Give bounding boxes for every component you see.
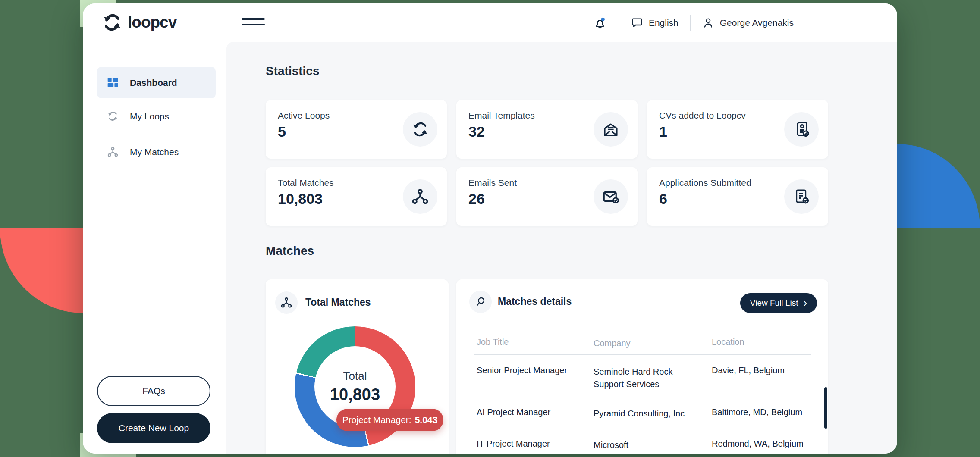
stat-value: 26: [468, 191, 485, 207]
loopcv-logo[interactable]: loopcv: [102, 12, 176, 33]
loop-logo-icon: [102, 12, 122, 33]
table-cell-job-title[interactable]: AI Project Manager: [477, 407, 550, 417]
stat-card-active-loops: Active Loops 5: [266, 100, 447, 159]
tooltip-label: Project Manager:: [342, 415, 411, 425]
stat-value: 1: [659, 123, 667, 140]
stat-label: Emails Sent: [468, 178, 517, 188]
header-divider: [690, 15, 691, 31]
header-divider: [619, 15, 619, 31]
top-header: loopcv English: [83, 3, 897, 42]
cv-check-icon: [792, 120, 810, 138]
user-icon: [702, 16, 715, 29]
loop-icon: [107, 110, 119, 122]
table-cell-job-title[interactable]: Senior Project Manager: [477, 366, 567, 376]
sidebar: Dashboard My Loops My Matches F: [83, 42, 226, 454]
blue-quarter-circle-decoration: [897, 144, 980, 228]
language-selector[interactable]: English: [631, 16, 678, 29]
loop-icon: [411, 120, 429, 138]
matches-details-title: Matches details: [498, 296, 572, 307]
document-check-icon: [792, 188, 810, 206]
mail-template-icon: [602, 120, 620, 138]
mail-check-icon: [602, 188, 620, 206]
table-cell-company: Pyramid Consulting, Inc: [594, 407, 701, 420]
stat-card-email-templates: Email Templates 32: [456, 100, 638, 159]
logo-text: loopcv: [128, 13, 176, 31]
table-header-divider: [474, 354, 811, 355]
matches-details-panel: Matches details View Full List › Job Tit…: [456, 279, 828, 454]
table-cell-location: Baltimore, MD, Belgium: [712, 407, 802, 417]
chat-bubble-icon: [631, 16, 644, 29]
dashboard-grid-icon: [107, 77, 119, 88]
faqs-button[interactable]: FAQs: [97, 376, 210, 406]
stat-value: 6: [659, 191, 667, 207]
total-matches-panel: Total Matches Total 10,803 Project Manag…: [266, 279, 449, 454]
stat-card-applications-submitted: Applications Submitted 6: [647, 167, 828, 226]
main-content: Statistics Active Loops 5 Email Template…: [226, 42, 897, 454]
faqs-button-label: FAQs: [142, 386, 165, 396]
table-cell-job-title[interactable]: IT Project Manager: [477, 439, 550, 449]
user-menu[interactable]: George Avgenakis: [702, 16, 794, 29]
donut-tooltip-project-manager: Project Manager: 5.043: [336, 409, 443, 431]
stat-label: Applications Submitted: [659, 178, 751, 188]
table-cell-location: Davie, FL, Belgium: [712, 366, 785, 376]
stat-label: Total Matches: [278, 178, 334, 188]
sidebar-item-label: My Matches: [130, 147, 179, 157]
page-background: loopcv English: [0, 0, 980, 457]
view-full-list-label: View Full List: [750, 298, 798, 308]
sidebar-item-dashboard[interactable]: Dashboard: [97, 67, 216, 98]
donut-total-value: 10,803: [330, 385, 380, 404]
create-new-loop-label: Create New Loop: [119, 423, 189, 433]
view-full-list-button[interactable]: View Full List ›: [740, 293, 817, 313]
language-label: English: [649, 18, 678, 28]
stat-label: Active Loops: [278, 110, 330, 121]
donut-panel-title: Total Matches: [305, 297, 371, 308]
column-header-job-title: Job Title: [477, 337, 509, 347]
stat-label: Email Templates: [468, 110, 535, 121]
notification-dot: [601, 18, 605, 21]
table-cell-company: Microsoft: [594, 439, 701, 451]
stat-value: 5: [278, 123, 286, 140]
column-header-location: Location: [712, 337, 744, 347]
vertical-scrollbar[interactable]: [824, 387, 827, 429]
sidebar-item-label: My Loops: [130, 111, 169, 122]
stat-card-total-matches: Total Matches 10,803: [266, 167, 447, 226]
stat-card-emails-sent: Emails Sent 26: [456, 167, 638, 226]
stat-label: CVs added to Loopcv: [659, 110, 746, 121]
sidebar-item-my-loops[interactable]: My Loops: [97, 100, 216, 132]
donut-total-label: Total: [343, 369, 367, 383]
tooltip-value: 5.043: [415, 415, 438, 425]
stat-value: 10,803: [278, 191, 323, 207]
red-quarter-circle-decoration: [0, 228, 83, 313]
stat-value: 32: [468, 123, 485, 140]
matches-heading: Matches: [266, 244, 314, 258]
table-row-divider: [474, 435, 811, 435]
sidebar-item-my-matches[interactable]: My Matches: [97, 136, 216, 168]
table-row-divider: [474, 399, 811, 399]
sidebar-item-label: Dashboard: [130, 78, 177, 88]
create-new-loop-button[interactable]: Create New Loop: [97, 413, 210, 443]
user-name: George Avgenakis: [720, 18, 794, 28]
share-network-icon: [107, 146, 119, 158]
app-window: loopcv English: [83, 3, 897, 454]
share-network-icon: [411, 188, 429, 206]
notifications-bell-icon[interactable]: [593, 16, 607, 30]
stat-card-cvs-added: CVs added to Loopcv 1: [647, 100, 828, 159]
header-right-cluster: English George Avgenakis: [593, 3, 794, 42]
search-icon: [474, 296, 487, 308]
table-cell-location: Redmond, WA, Belgium: [712, 439, 804, 449]
chevron-right-icon: ›: [803, 297, 807, 308]
share-network-icon: [280, 297, 292, 309]
menu-hamburger-button[interactable]: [242, 18, 265, 25]
column-header-company: Company: [594, 337, 701, 350]
table-cell-company: Seminole Hard Rock Support Services: [594, 366, 701, 391]
statistics-heading: Statistics: [266, 64, 320, 78]
